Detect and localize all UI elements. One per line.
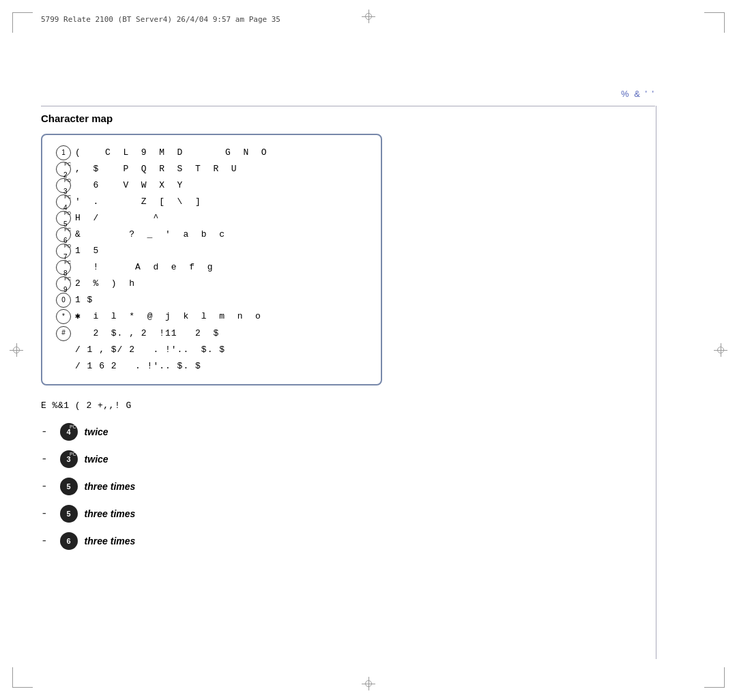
page-wrapper: 5799 Relate 2100 (BT Server4) 26/4/04 9:…	[0, 0, 737, 700]
list-item-1: - 4PC twice	[41, 423, 655, 441]
v-rule	[656, 106, 656, 659]
list-dash-4: -	[41, 508, 48, 520]
key-star: *	[56, 309, 71, 324]
char-map-row-0: 0 1 $	[56, 292, 367, 308]
key-badge-4pc: 4PC	[60, 423, 78, 441]
list-dash-2: -	[41, 453, 48, 465]
reg-mark-top	[362, 10, 375, 23]
key-hash: #	[56, 326, 71, 341]
intro-line: E %&1 ( 2 +,,! G	[41, 400, 655, 411]
char-map-row-2: 2PC , $ P Q R S T R U	[56, 161, 367, 177]
corner-tr	[704, 12, 725, 33]
char-map-row-hash: # 2 $. , 2 !11 2 $	[56, 325, 367, 342]
corner-tl	[12, 12, 33, 33]
key-badge-5b: 5	[60, 505, 78, 523]
reg-mark-right	[714, 343, 727, 357]
char-map-row-8: 8PC ! A d e f g	[56, 259, 367, 276]
list-dash-1: -	[41, 426, 48, 438]
list-item-2: - 3PC twice	[41, 450, 655, 468]
corner-bl	[12, 667, 33, 688]
char-map-title: Character map	[41, 113, 655, 124]
char-map-row-1: 1 ( C L 9 M D G N O	[56, 145, 367, 161]
char-map-extra-row-1: / 1 , $/ 2 . !'.. $. $	[56, 342, 367, 358]
reg-mark-left	[10, 343, 23, 357]
key-badge-6: 6	[60, 532, 78, 550]
list-label-2: twice	[85, 454, 109, 465]
extra-row-2-chars: / 1 6 2 . !'.. $. $	[75, 358, 201, 375]
char-map-row-star: * ✱ i l * @ j k l m n o	[56, 308, 367, 325]
corner-br	[704, 667, 725, 688]
char-map-row-3: 3PO 6 V W X Y	[56, 177, 367, 194]
h-rule-top	[41, 106, 655, 106]
print-info: 5799 Relate 2100 (BT Server4) 26/4/04 9:…	[41, 15, 280, 24]
below-section: E %&1 ( 2 +,,! G - 4PC twice - 3PC twice	[41, 400, 655, 550]
list-label-1: twice	[85, 426, 109, 437]
header-right-text: % & ' '	[621, 89, 655, 99]
reg-mark-bottom	[362, 677, 375, 690]
char-map-row-9: 9PC 2 % ) h	[56, 276, 367, 292]
key-badge-3pc: 3PC	[60, 450, 78, 468]
list-item-5: - 6 three times	[41, 532, 655, 550]
list-item-3: - 5 three times	[41, 478, 655, 495]
row-1-chars: ( C L 9 M D G N O	[75, 145, 268, 161]
extra-row-1-chars: / 1 , $/ 2 . !'.. $. $	[75, 342, 225, 358]
row-5-chars: H / ^	[75, 210, 159, 227]
row-8-chars: ! A d e f g	[75, 259, 213, 276]
list-item-4: - 5 three times	[41, 505, 655, 523]
row-4-chars: ' . Z [ \ ]	[75, 194, 201, 210]
row-9-chars: 2 % ) h	[75, 276, 135, 292]
row-3-chars: 6 V W X Y	[75, 177, 183, 194]
row-hash-chars: 2 $. , 2 !11 2 $	[75, 325, 219, 342]
list-label-5: three times	[85, 536, 136, 546]
char-map-row-6: 6PC & ? _ ' a b c	[56, 227, 367, 243]
char-map-extra-row-2: / 1 6 2 . !'.. $. $	[56, 358, 367, 375]
char-map-row-4: 4PC ' . Z [ \ ]	[56, 194, 367, 210]
char-map-row-7: 7PO 1 5	[56, 243, 367, 259]
list-label-4: three times	[85, 508, 136, 519]
list-dash-3: -	[41, 480, 48, 493]
key-0: 0	[56, 293, 71, 308]
main-content: Character map 1 ( C L 9 M D G N O 2PC , …	[41, 113, 655, 559]
key-badge-5a: 5	[60, 478, 78, 495]
list-label-3: three times	[85, 481, 136, 492]
row-star-chars: ✱ i l * @ j k l m n o	[75, 308, 261, 325]
char-map-box: 1 ( C L 9 M D G N O 2PC , $ P Q R S T R …	[41, 134, 382, 385]
row-6-chars: & ? _ ' a b c	[75, 227, 225, 243]
key-9: 9PC	[56, 276, 71, 291]
list-dash-5: -	[41, 535, 48, 547]
char-map-row-5: 5PO H / ^	[56, 210, 367, 227]
row-2-chars: , $ P Q R S T R U	[75, 161, 237, 177]
